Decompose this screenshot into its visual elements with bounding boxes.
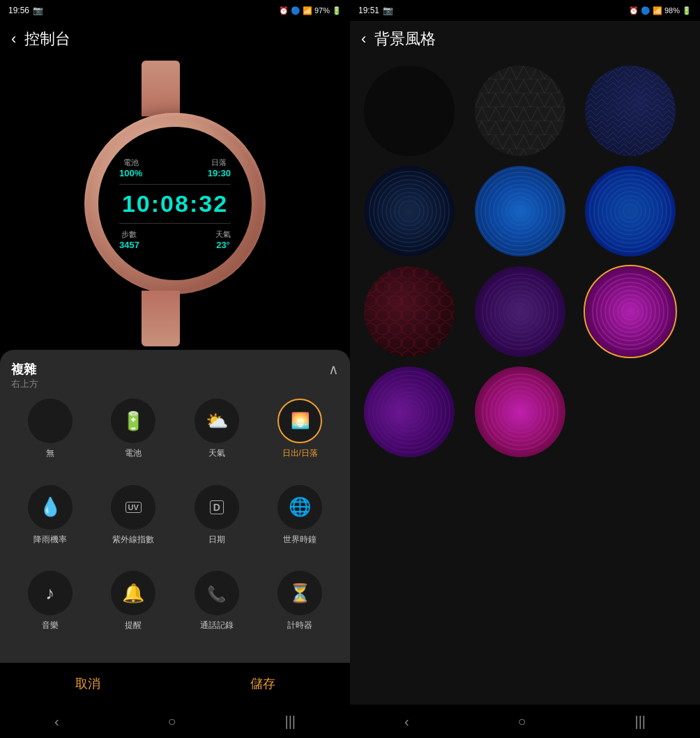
control-item-weather[interactable]: ⛅天氣: [178, 399, 256, 479]
right-back-button[interactable]: ‹: [361, 31, 366, 47]
right-nav-home-icon[interactable]: ○: [517, 714, 526, 730]
bg-circle-ripple-blue[interactable]: [475, 166, 565, 256]
control-icon-music: ♪: [28, 571, 73, 615]
control-label-sunrise: 日出/日落: [282, 447, 318, 459]
svg-point-32: [364, 266, 455, 357]
left-nav-bar: ‹ ○ |||: [0, 705, 350, 738]
bg-circle-fingerprint-purple[interactable]: [475, 266, 565, 357]
control-item-sunrise[interactable]: 🌅日出/日落: [261, 399, 340, 479]
bg-item-fingerprint-magenta[interactable]: [585, 266, 676, 357]
control-icon-date: D: [195, 485, 239, 530]
svg-point-25: [611, 192, 650, 231]
panel-title-section: 複雜 右上方: [11, 361, 38, 390]
bg-item-wave-blue[interactable]: [585, 166, 676, 256]
watch-divider-bottom: [119, 223, 231, 224]
control-item-uv[interactable]: UV紫外線指數: [95, 485, 173, 566]
panel-header: 複雜 右上方 ∧: [11, 361, 339, 390]
left-nav-home-icon[interactable]: ○: [167, 714, 176, 730]
action-bar: 取消 儲存: [0, 663, 350, 705]
cancel-button[interactable]: 取消: [33, 668, 142, 699]
control-item-bell[interactable]: 🔔提醒: [95, 571, 173, 652]
right-nav-recent-icon[interactable]: |||: [634, 714, 646, 730]
bg-item-ripple-blue[interactable]: [475, 166, 565, 256]
bg-style-container: [350, 57, 700, 705]
control-item-phone[interactable]: 📞通話記錄: [178, 571, 256, 652]
bg-circle-fingerprint-navy[interactable]: [364, 166, 455, 256]
bg-circle-triangle-dark[interactable]: [475, 66, 565, 156]
svg-point-39: [487, 278, 554, 345]
svg-point-2: [585, 66, 676, 156]
bg-circle-herringbone-navy[interactable]: [585, 66, 676, 156]
right-battery-text: 98%: [664, 6, 680, 15]
watch-battery-label: 電池: [123, 157, 139, 168]
chevron-up-icon[interactable]: ∧: [328, 361, 339, 378]
control-icon-globe: 🌐: [277, 485, 322, 530]
control-item-timer[interactable]: ⏳計時器: [261, 571, 340, 652]
control-icon-uv: UV: [111, 485, 155, 530]
control-item-globe[interactable]: 🌐世界時鐘: [261, 485, 340, 566]
left-status-left: 19:56 📷: [8, 6, 43, 15]
svg-point-40: [482, 274, 558, 349]
control-item-date[interactable]: D日期: [178, 485, 256, 566]
left-time: 19:56: [8, 6, 29, 15]
watch-steps-info: 步數 3457: [119, 229, 139, 250]
control-icon-sunrise: 🌅: [277, 399, 322, 443]
control-icon-timer: ⏳: [277, 571, 322, 615]
right-status-bar: 19:51 📷 ⏰ 🔵 📶 98% 🔋: [350, 0, 700, 21]
svg-point-49: [402, 405, 416, 419]
control-label-phone: 通話記錄: [200, 620, 234, 631]
svg-point-26: [607, 187, 654, 235]
svg-point-64: [487, 378, 554, 445]
bg-circle-solid-black[interactable]: [364, 66, 455, 156]
svg-point-33: [512, 303, 528, 320]
bg-item-wave-magenta[interactable]: [475, 367, 565, 457]
control-icon-phone: 📞: [195, 571, 239, 615]
left-battery-text: 97%: [314, 6, 330, 15]
svg-point-41: [622, 303, 639, 320]
control-item-music[interactable]: ♪音樂: [11, 571, 89, 652]
controls-grid: 無🔋電池⛅天氣🌅日出/日落💧降雨機率UV紫外線指數D日期🌐世界時鐘♪音樂🔔提醒📞…: [11, 399, 339, 652]
control-label-battery: 電池: [125, 447, 142, 459]
right-page-title: 背景風格: [374, 29, 436, 49]
watch-screen: 電池 100% 日落 19:30 10:08:32 步數: [98, 127, 252, 280]
svg-point-12: [515, 206, 526, 217]
control-item-battery[interactable]: 🔋電池: [95, 399, 173, 479]
watch-battery-value: 100%: [119, 168, 142, 178]
bg-item-herringbone-navy[interactable]: [585, 66, 676, 156]
svg-point-37: [495, 286, 545, 337]
bg-circle-wave-purple[interactable]: [364, 367, 455, 457]
bg-item-hex-dark-red[interactable]: [364, 266, 455, 357]
bg-circle-wave-blue[interactable]: [585, 166, 676, 256]
right-nav-back-icon[interactable]: ‹: [404, 714, 409, 730]
save-button[interactable]: 儲存: [208, 668, 317, 699]
bg-item-fingerprint-navy[interactable]: [364, 166, 455, 256]
control-icon-none: [28, 399, 73, 443]
control-label-timer: 計時器: [287, 620, 312, 631]
control-label-globe: 世界時鐘: [283, 534, 317, 546]
svg-point-58: [512, 403, 528, 420]
left-back-button[interactable]: ‹: [11, 31, 16, 47]
bg-item-triangle-dark[interactable]: [475, 66, 565, 156]
watch-divider-top: [119, 184, 231, 185]
bg-item-solid-black[interactable]: [364, 66, 455, 156]
svg-point-15: [502, 193, 538, 229]
watch-weather-value: 23°: [216, 240, 230, 250]
svg-point-18: [489, 180, 551, 242]
watch-sunset-label: 日落: [211, 157, 227, 168]
svg-point-35: [503, 295, 537, 328]
control-item-rain[interactable]: 💧降雨機率: [11, 485, 89, 566]
bg-circle-hex-dark-red[interactable]: [364, 266, 455, 357]
bg-circle-wave-magenta[interactable]: [475, 367, 565, 457]
bg-circle-fingerprint-magenta[interactable]: [585, 266, 676, 357]
left-nav-recent-icon[interactable]: |||: [284, 714, 296, 730]
svg-point-53: [386, 388, 433, 436]
bg-item-wave-purple[interactable]: [364, 367, 455, 457]
watch-weather-label: 天氣: [215, 229, 231, 240]
right-alarm-icon: ⏰: [629, 6, 639, 15]
watch-sunset-value: 19:30: [208, 168, 231, 178]
bg-item-fingerprint-purple[interactable]: [475, 266, 565, 357]
control-item-none[interactable]: 無: [11, 399, 89, 479]
watch-strap-bottom: [142, 291, 180, 346]
left-nav-back-icon[interactable]: ‹: [54, 714, 59, 730]
control-label-rain: 降雨機率: [33, 534, 67, 546]
